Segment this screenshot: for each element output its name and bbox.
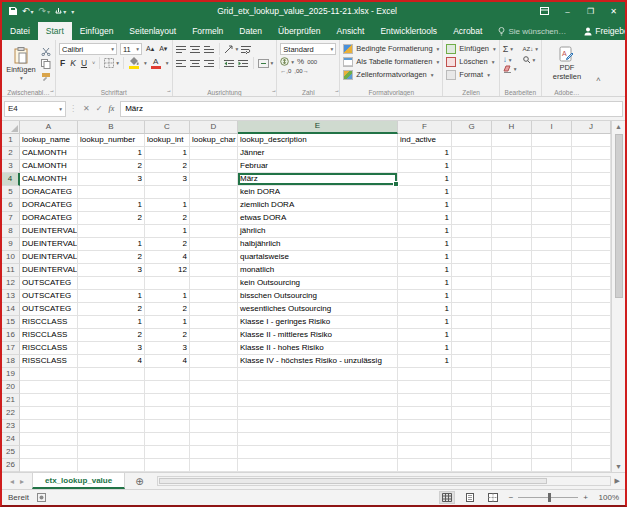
row-header-18[interactable]: 18 bbox=[2, 355, 20, 368]
cell-J25[interactable] bbox=[572, 446, 611, 459]
cell-C12[interactable] bbox=[145, 277, 190, 290]
font-color-icon[interactable]: A bbox=[150, 58, 162, 69]
menu-tab-start[interactable]: Start bbox=[38, 22, 72, 40]
delete-cells-button[interactable]: Löschen▾ bbox=[446, 55, 495, 68]
zoom-slider-thumb[interactable] bbox=[548, 493, 551, 502]
cell-A10[interactable]: DUEINTERVAL bbox=[20, 251, 78, 264]
font-dialog-launcher-icon[interactable]: ⌐ bbox=[167, 89, 171, 95]
cell-F2[interactable]: 1 bbox=[398, 147, 452, 160]
cell-B6[interactable]: 1 bbox=[78, 199, 145, 212]
row-header-1[interactable]: 1 bbox=[2, 134, 20, 147]
cell-F15[interactable]: 1 bbox=[398, 316, 452, 329]
cell-E16[interactable]: Klasse II - mittleres Risiko bbox=[238, 329, 398, 342]
cell-E19[interactable] bbox=[238, 368, 398, 381]
alignment-dialog-launcher-icon[interactable]: ⌐ bbox=[272, 89, 276, 95]
cell-H22[interactable] bbox=[492, 407, 532, 420]
zoom-slider[interactable] bbox=[518, 497, 578, 498]
cell-F1[interactable]: ind_active bbox=[398, 134, 452, 147]
cell-E23[interactable] bbox=[238, 420, 398, 433]
close-button[interactable]: ✕ bbox=[602, 2, 625, 20]
zoom-out-icon[interactable]: − bbox=[509, 493, 514, 502]
column-header-H[interactable]: H bbox=[492, 121, 532, 134]
cell-J23[interactable] bbox=[572, 420, 611, 433]
cell-G1[interactable] bbox=[452, 134, 492, 147]
cell-I9[interactable] bbox=[532, 238, 572, 251]
italic-button[interactable]: K bbox=[69, 58, 77, 68]
cell-B25[interactable] bbox=[78, 446, 145, 459]
cell-E25[interactable] bbox=[238, 446, 398, 459]
cell-J17[interactable] bbox=[572, 342, 611, 355]
cell-G4[interactable] bbox=[452, 173, 492, 186]
decrease-decimal-icon[interactable]: ,00→ bbox=[294, 68, 308, 74]
cell-D19[interactable] bbox=[190, 368, 238, 381]
cell-J12[interactable] bbox=[572, 277, 611, 290]
cell-J9[interactable] bbox=[572, 238, 611, 251]
cell-E17[interactable]: Klasse II - hohes Risiko bbox=[238, 342, 398, 355]
cell-I2[interactable] bbox=[532, 147, 572, 160]
cell-A9[interactable]: DUEINTERVAL bbox=[20, 238, 78, 251]
cell-C13[interactable]: 1 bbox=[145, 290, 190, 303]
sheet-prev-icon[interactable]: ◂ bbox=[10, 477, 14, 486]
cell-G20[interactable] bbox=[452, 381, 492, 394]
cell-E18[interactable]: Klasse IV - höchstes Risiko - unzulässig bbox=[238, 355, 398, 368]
cell-G9[interactable] bbox=[452, 238, 492, 251]
cell-I23[interactable] bbox=[532, 420, 572, 433]
cell-H21[interactable] bbox=[492, 394, 532, 407]
row-header-26[interactable]: 26 bbox=[2, 459, 20, 472]
cell-G12[interactable] bbox=[452, 277, 492, 290]
cell-I8[interactable] bbox=[532, 225, 572, 238]
cell-A14[interactable]: OUTSCATEG bbox=[20, 303, 78, 316]
cell-G8[interactable] bbox=[452, 225, 492, 238]
number-dialog-launcher-icon[interactable]: ⌐ bbox=[335, 89, 339, 95]
page-layout-view-icon[interactable] bbox=[462, 491, 478, 504]
grow-font-icon[interactable]: A▴ bbox=[145, 45, 155, 53]
cell-H7[interactable] bbox=[492, 212, 532, 225]
cell-J7[interactable] bbox=[572, 212, 611, 225]
cell-J3[interactable] bbox=[572, 160, 611, 173]
cell-A20[interactable] bbox=[20, 381, 78, 394]
cell-E11[interactable]: monatlich bbox=[238, 264, 398, 277]
cell-J19[interactable] bbox=[572, 368, 611, 381]
font-size-select[interactable]: 11▾ bbox=[120, 43, 142, 55]
share-button[interactable]: Freigeben bbox=[574, 22, 627, 40]
row-header-21[interactable]: 21 bbox=[2, 394, 20, 407]
menu-tab-daten[interactable]: Daten bbox=[231, 22, 270, 40]
cell-F25[interactable] bbox=[398, 446, 452, 459]
save-icon[interactable] bbox=[9, 7, 17, 15]
align-left-icon[interactable] bbox=[176, 59, 187, 68]
cell-B17[interactable]: 3 bbox=[78, 342, 145, 355]
cell-C20[interactable] bbox=[145, 381, 190, 394]
row-header-7[interactable]: 7 bbox=[2, 212, 20, 225]
cell-F10[interactable]: 1 bbox=[398, 251, 452, 264]
cell-G11[interactable] bbox=[452, 264, 492, 277]
cell-C16[interactable]: 2 bbox=[145, 329, 190, 342]
row-header-5[interactable]: 5 bbox=[2, 186, 20, 199]
cell-C4[interactable]: 3 bbox=[145, 173, 190, 186]
new-sheet-icon[interactable]: ⊕ bbox=[125, 473, 153, 489]
column-header-C[interactable]: C bbox=[145, 121, 190, 134]
cell-A15[interactable]: RISCCLASS bbox=[20, 316, 78, 329]
cell-D18[interactable] bbox=[190, 355, 238, 368]
collapse-ribbon-icon[interactable]: ˄ bbox=[592, 40, 605, 96]
cell-B9[interactable]: 1 bbox=[78, 238, 145, 251]
cell-J11[interactable] bbox=[572, 264, 611, 277]
cell-C11[interactable]: 12 bbox=[145, 264, 190, 277]
cell-styles-button[interactable]: Zellenformatvorlagen▾ bbox=[343, 68, 439, 81]
row-header-20[interactable]: 20 bbox=[2, 381, 20, 394]
cell-D24[interactable] bbox=[190, 433, 238, 446]
cell-H25[interactable] bbox=[492, 446, 532, 459]
cell-D1[interactable]: lookup_char bbox=[190, 134, 238, 147]
cell-H6[interactable] bbox=[492, 199, 532, 212]
cell-D11[interactable] bbox=[190, 264, 238, 277]
menu-tab-entwicklertools[interactable]: Entwicklertools bbox=[372, 22, 445, 40]
column-header-G[interactable]: G bbox=[452, 121, 492, 134]
cell-F26[interactable] bbox=[398, 459, 452, 472]
sort-filter-icon[interactable]: AZ↓▾ bbox=[523, 46, 538, 52]
cell-H20[interactable] bbox=[492, 381, 532, 394]
cell-B13[interactable]: 1 bbox=[78, 290, 145, 303]
cell-J18[interactable] bbox=[572, 355, 611, 368]
cell-G24[interactable] bbox=[452, 433, 492, 446]
cell-J16[interactable] bbox=[572, 329, 611, 342]
cell-D25[interactable] bbox=[190, 446, 238, 459]
cell-B20[interactable] bbox=[78, 381, 145, 394]
